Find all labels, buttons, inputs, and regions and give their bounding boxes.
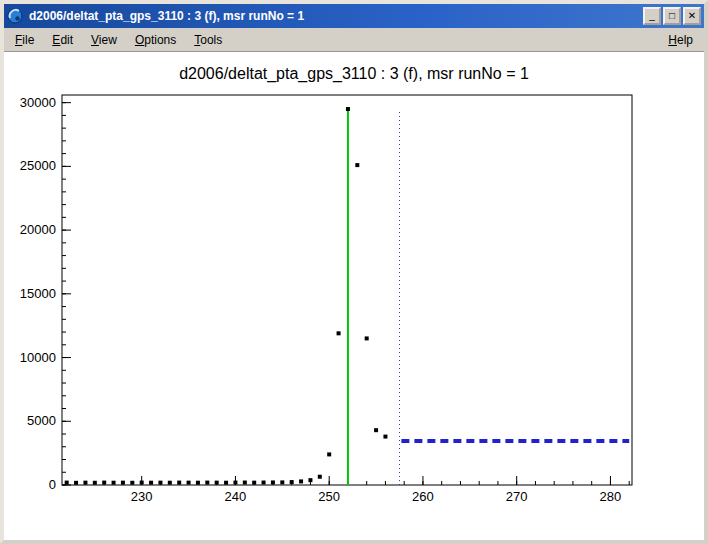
minimize-button[interactable]: _ [643, 7, 661, 25]
svg-text:260: 260 [412, 489, 434, 504]
menu-left: FileEditViewOptionsTools [6, 30, 231, 50]
svg-text:5000: 5000 [27, 413, 56, 428]
svg-text:30000: 30000 [20, 95, 56, 110]
menu-item-tools[interactable]: Tools [185, 30, 231, 50]
window-controls: _ □ ✕ [643, 7, 701, 25]
plot-title: d2006/deltat_pta_gps_3110 : 3 (f), msr r… [4, 52, 704, 88]
menubar: FileEditViewOptionsTools Help [4, 28, 704, 52]
svg-text:280: 280 [600, 489, 622, 504]
window-title: d2006/deltat_pta_gps_3110 : 3 (f), msr r… [29, 9, 643, 23]
menu-item-edit[interactable]: Edit [43, 30, 82, 50]
menu-item-help[interactable]: Help [659, 30, 702, 50]
menu-item-options[interactable]: Options [126, 30, 185, 50]
svg-text:240: 240 [225, 489, 247, 504]
titlebar[interactable]: d2006/deltat_pta_gps_3110 : 3 (f), msr r… [4, 4, 704, 28]
svg-text:0: 0 [49, 477, 56, 492]
app-icon[interactable] [7, 8, 23, 24]
menu-item-file[interactable]: File [6, 30, 43, 50]
app-window: d2006/deltat_pta_gps_3110 : 3 (f), msr r… [0, 0, 708, 544]
close-button[interactable]: ✕ [683, 7, 701, 25]
svg-text:25000: 25000 [20, 158, 56, 173]
svg-text:10000: 10000 [20, 350, 56, 365]
svg-text:20000: 20000 [20, 222, 56, 237]
svg-text:230: 230 [131, 489, 153, 504]
svg-text:15000: 15000 [20, 286, 56, 301]
chart[interactable]: 2302402502602702800500010000150002000025… [12, 88, 696, 538]
menu-item-view[interactable]: View [82, 30, 126, 50]
svg-text:250: 250 [318, 489, 340, 504]
menu-right: Help [659, 30, 702, 50]
svg-text:270: 270 [506, 489, 528, 504]
plot-canvas[interactable]: d2006/deltat_pta_gps_3110 : 3 (f), msr r… [4, 52, 704, 540]
maximize-button[interactable]: □ [663, 7, 681, 25]
